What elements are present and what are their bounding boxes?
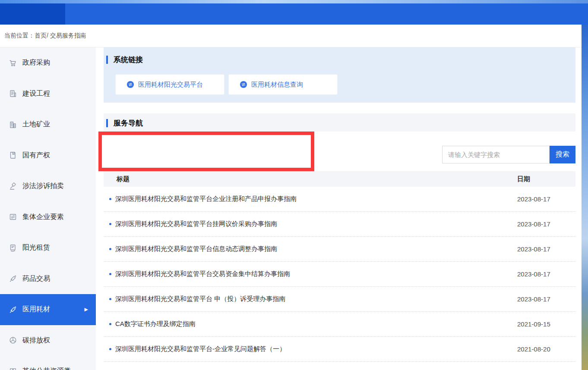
- wheel-icon: [9, 336, 17, 345]
- sidebar-item[interactable]: 建设工程 ▶: [0, 78, 96, 110]
- sidebar-item-label: 国有产权: [22, 151, 50, 160]
- system-link-label: 医用耗材阳光交易平台: [138, 81, 203, 89]
- category-sidebar: 政府采购 ▶ 建设工程 ▶ 土地矿业 ▶ 国有产权 ▶ 涉法涉诉拍卖 ▶ 集体企…: [0, 47, 96, 370]
- tab-row: 搜索: [104, 132, 575, 171]
- list-item-title-wrap: CA数字证书办理及绑定指南: [104, 320, 196, 328]
- system-link-label: 医用耗材信息查询: [251, 81, 303, 89]
- section-title: 系统链接: [114, 55, 143, 65]
- list-item[interactable]: 深圳医用耗材阳光交易和监管平台企业注册和产品申报办事指南 2023-08-17: [104, 187, 575, 212]
- sidebar-item-label: 建设工程: [22, 89, 50, 98]
- sidebar-item-label: 政府采购: [22, 58, 50, 67]
- bullet-dot-icon: [109, 323, 111, 325]
- service-tabs: [108, 147, 158, 153]
- list-item-title: 深圳医用耗材阳光交易和监管平台交易资金集中结算办事指南: [115, 270, 290, 278]
- list-item-title: 深圳医用耗材阳光交易和监管平台挂网议价采购办事指南: [115, 220, 277, 228]
- building-icon: [9, 120, 17, 129]
- sidebar-item[interactable]: 土地矿业 ▶: [0, 109, 96, 140]
- doc-hand-icon: [9, 244, 17, 252]
- nav-item[interactable]: [196, 3, 261, 25]
- sidebar-item[interactable]: 国有产权 ▶: [0, 140, 96, 171]
- sidebar-item-label: 土地矿业: [22, 120, 50, 129]
- construction-doc-icon: [9, 89, 17, 98]
- sidebar-item[interactable]: 涉法涉诉拍卖 ▶: [0, 171, 96, 202]
- nav-item[interactable]: [392, 3, 457, 25]
- sidebar-item[interactable]: 其他公共资源类 ▶: [0, 356, 96, 370]
- list-item-title: 深圳医用耗材阳光交易和监管平台企业注册和产品申报办事指南: [115, 195, 297, 203]
- list-item-date: 2023-08-17: [517, 220, 575, 228]
- sidebar-item[interactable]: 医用耗材 ▶: [0, 294, 96, 325]
- column-header-title: 标题: [104, 175, 130, 183]
- nav-item[interactable]: [457, 3, 522, 25]
- column-header-date: 日期: [517, 175, 575, 183]
- breadcrumb-label: 当前位置：: [4, 32, 35, 40]
- bullet-dot-icon: [109, 198, 111, 200]
- bullet-dot-icon: [109, 273, 111, 275]
- link-circle-icon: [240, 81, 247, 88]
- system-links-section: 系统链接 医用耗材阳光交易平台 医用耗材信息查询: [104, 47, 575, 103]
- nav-item[interactable]: [65, 3, 130, 25]
- list-header: 标题 日期: [104, 171, 575, 187]
- list-item-title-wrap: 深圳医用耗材阳光交易和监管平台信息动态调整办事指南: [104, 245, 277, 253]
- list-item[interactable]: CA数字证书办理及绑定指南 2021-09-15: [104, 312, 575, 337]
- section-accent-bar: [106, 56, 108, 64]
- list-item-title-wrap: 深圳医用耗材阳光交易和监管平台 申（投）诉受理办事指南: [104, 295, 285, 303]
- sidebar-item-label: 药品交易: [22, 274, 50, 283]
- nav-item[interactable]: [0, 3, 65, 25]
- board-arrows-icon: [9, 213, 17, 221]
- list-item-title-wrap: 深圳医用耗材阳光交易和监管平台挂网议价采购办事指南: [104, 220, 277, 228]
- article-list: 深圳医用耗材阳光交易和监管平台企业注册和产品申报办事指南 2023-08-17 …: [104, 187, 575, 362]
- sidebar-item[interactable]: 集体企业要素 ▶: [0, 202, 96, 233]
- list-item[interactable]: 深圳医用耗材阳光交易和监管平台挂网议价采购办事指南 2023-08-17: [104, 212, 575, 237]
- gavel-icon: [9, 182, 17, 191]
- cart-icon: [9, 59, 17, 67]
- nav-item[interactable]: [523, 3, 588, 25]
- nav-item[interactable]: [261, 3, 326, 25]
- submenu-arrow-icon: ▶: [85, 307, 88, 312]
- list-item[interactable]: 深圳医用耗材阳光交易和监管平台 申（投）诉受理办事指南 2023-08-17: [104, 287, 575, 312]
- system-link-card[interactable]: 医用耗材阳光交易平台: [115, 74, 224, 95]
- list-item-title: 深圳医用耗材阳光交易和监管平台 申（投）诉受理办事指南: [115, 295, 285, 303]
- list-item-title-wrap: 深圳医用耗材阳光交易和监管平台交易资金集中结算办事指南: [104, 270, 290, 278]
- system-link-cards: 医用耗材阳光交易平台 医用耗材信息查询: [115, 74, 338, 95]
- syringe-icon: [9, 305, 17, 314]
- list-item[interactable]: 深圳医用耗材阳光交易和监管平台信息动态调整办事指南 2023-08-17: [104, 237, 575, 262]
- sidebar-item-label: 碳排放权: [22, 336, 50, 345]
- list-item-date: 2023-08-17: [517, 245, 575, 253]
- main-content: 系统链接 医用耗材阳光交易平台 医用耗材信息查询 服务导航 搜索: [104, 47, 575, 370]
- sidebar-item[interactable]: 政府采购 ▶: [0, 47, 96, 78]
- list-item[interactable]: 深圳医用耗材阳光交易和监管平台-企业常见问题解答（一） 2021-08-20: [104, 337, 575, 362]
- link-circle-icon: [126, 81, 134, 88]
- list-item-title: 深圳医用耗材阳光交易和监管平台信息动态调整办事指南: [115, 245, 277, 253]
- background-image-strip: [582, 25, 588, 370]
- breadcrumb: 当前位置： 首页/ 交易服务指南: [0, 25, 588, 47]
- sidebar-item-label: 集体企业要素: [22, 213, 64, 222]
- section-accent-bar: [106, 119, 108, 127]
- section-title: 服务导航: [114, 118, 143, 128]
- sidebar-item-label: 医用耗材: [22, 305, 50, 314]
- search-group: 搜索: [442, 146, 575, 163]
- bullet-dot-icon: [109, 248, 111, 250]
- sidebar-item-label: 其他公共资源类: [22, 367, 71, 370]
- search-button[interactable]: 搜索: [550, 146, 575, 163]
- syringe-icon: [9, 274, 17, 283]
- list-item-date: 2023-08-17: [517, 195, 575, 203]
- sidebar-item[interactable]: 药品交易 ▶: [0, 263, 96, 295]
- nav-item[interactable]: [131, 3, 196, 25]
- sidebar-item[interactable]: 碳排放权 ▶: [0, 325, 96, 356]
- list-item-date: 2023-08-17: [517, 295, 575, 303]
- system-link-card[interactable]: 医用耗材信息查询: [228, 74, 338, 95]
- search-input[interactable]: [442, 146, 550, 163]
- breadcrumb-path: 首页/ 交易服务指南: [35, 32, 86, 40]
- sidebar-item-label: 阳光租赁: [22, 243, 50, 252]
- sidebar-item[interactable]: 阳光租赁 ▶: [0, 232, 96, 263]
- service-nav-section: 服务导航: [104, 113, 575, 132]
- nav-item[interactable]: [327, 3, 392, 25]
- list-item-date: 2021-09-15: [517, 320, 575, 328]
- list-item[interactable]: 深圳医用耗材阳光交易和监管平台交易资金集中结算办事指南 2023-08-17: [104, 262, 575, 287]
- page-banner-strip: [0, 0, 588, 3]
- list-item-title-wrap: 深圳医用耗材阳光交易和监管平台-企业常见问题解答（一）: [104, 345, 286, 353]
- certificate-icon: [9, 151, 17, 160]
- list-item-title: 深圳医用耗材阳光交易和监管平台-企业常见问题解答（一）: [115, 345, 286, 353]
- bullet-dot-icon: [109, 223, 111, 225]
- list-item-title: CA数字证书办理及绑定指南: [115, 320, 196, 328]
